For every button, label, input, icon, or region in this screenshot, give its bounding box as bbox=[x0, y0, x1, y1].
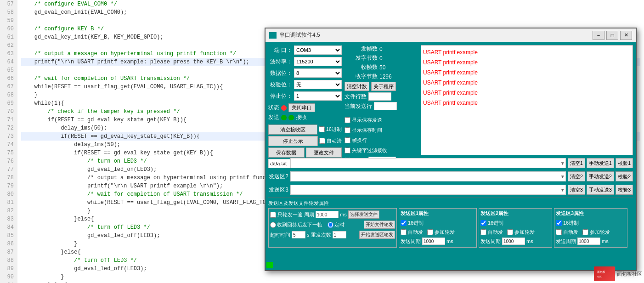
current-send-input[interactable] bbox=[374, 102, 397, 110]
dialog-top: 端 口： COM3 波特率： 115200 数据位： bbox=[268, 45, 633, 155]
right1-period-input[interactable] bbox=[502, 238, 525, 245]
clear-send-btn-2[interactable]: 清空2 bbox=[568, 171, 585, 181]
file-rows-label: 文件行数 bbox=[345, 93, 367, 101]
send-area-input-wrapper-2: ▼ bbox=[290, 171, 566, 181]
right1-round-label: 参加轮发 bbox=[514, 229, 535, 236]
save-data-button[interactable]: 保存数据 bbox=[268, 147, 305, 158]
recv-frames-value: 50 bbox=[379, 64, 398, 71]
start-file-button[interactable]: 开始文件轮发 bbox=[364, 221, 395, 229]
dialog-titlebar: 串口调试软件4.5 − □ ✕ bbox=[266, 28, 636, 42]
mid-period-label: 发送周期 bbox=[401, 238, 421, 245]
retry-input[interactable] bbox=[333, 231, 346, 238]
manual-send-btn-3[interactable]: 手动发送3 bbox=[587, 185, 614, 195]
send-side-btns-3: 清空3 手动发送3 校验3 bbox=[568, 185, 633, 195]
send-area-input-wrapper-1: ▼ bbox=[290, 158, 566, 168]
send-frames-value: 0 bbox=[379, 46, 398, 52]
send-frames-label: 发帧数 bbox=[345, 45, 378, 53]
baud-select[interactable]: 115200 bbox=[294, 57, 342, 66]
svg-text:面包板: 面包板 bbox=[597, 271, 605, 273]
status-dot bbox=[281, 105, 287, 111]
radio-recv-label: 收到回答后发下一帧 bbox=[270, 221, 322, 228]
period-input[interactable] bbox=[316, 211, 339, 218]
stats-panel: 发帧数 0 发字节数 0 收帧数 50 收字节数 1296 清空计数 关于程 bbox=[345, 45, 418, 155]
dialog-bottom: 发送区及发送文件轮发属性 只轮发一遍 周期 ms 选择发送文件 bbox=[268, 198, 633, 248]
data-row: 数据位： 8 bbox=[268, 68, 342, 78]
auto-clean-label: 自动清 bbox=[327, 137, 342, 144]
show-save-send-checkbox[interactable] bbox=[345, 117, 350, 123]
check-btn-1[interactable]: 校验1 bbox=[616, 158, 633, 168]
right1-round-checkbox[interactable] bbox=[507, 229, 513, 235]
right1-panel-title: 发送区2属性 bbox=[480, 210, 550, 217]
send-area-input-2[interactable] bbox=[290, 171, 566, 181]
timeout-label: 超时时间 bbox=[270, 232, 290, 238]
send-bytes-row: 发字节数 0 bbox=[345, 54, 418, 62]
send-area-label-3: 发送区3 bbox=[268, 186, 288, 194]
start-queue-button[interactable]: 开始发送区轮发 bbox=[359, 231, 395, 239]
send-area-input-1[interactable] bbox=[290, 158, 566, 168]
select-file-button[interactable]: 选择发送文件 bbox=[348, 210, 379, 219]
send-area-row-1: 发送区1 ▼ 清空1 手动发送1 校验1 bbox=[268, 157, 633, 169]
timeout-input[interactable] bbox=[292, 231, 305, 238]
keyword-filter-checkbox[interactable] bbox=[345, 147, 350, 153]
send-area-input-3[interactable] bbox=[290, 185, 566, 195]
serial-dialog: 串口调试软件4.5 − □ ✕ 端 口： COM3 bbox=[265, 28, 637, 271]
port-select[interactable]: COM3 bbox=[294, 45, 342, 55]
recv-bytes-row: 收字节数 1296 bbox=[345, 73, 418, 80]
send-bytes-label: 发字节数 bbox=[345, 54, 378, 62]
show-save-time-checkbox[interactable] bbox=[345, 127, 350, 133]
auto-clean-checkbox[interactable] bbox=[319, 138, 325, 144]
parity-select[interactable]: 无 bbox=[294, 80, 342, 89]
config-panel: 端 口： COM3 波特率： 115200 数据位： bbox=[268, 45, 342, 101]
manual-send-btn-1[interactable]: 手动发送1 bbox=[587, 158, 614, 168]
parity-row: 校验位： 无 bbox=[268, 79, 342, 90]
clear-recv-button[interactable]: 清空接收区 bbox=[268, 125, 317, 135]
stop-select[interactable]: 1 bbox=[294, 91, 342, 101]
right2-period-row: 发送周期 ms bbox=[556, 237, 626, 246]
hex16-checkbox[interactable] bbox=[319, 126, 325, 132]
file-rows-input[interactable] bbox=[368, 92, 391, 101]
round-once-checkbox[interactable] bbox=[270, 212, 276, 218]
close-port-button[interactable]: 关闭串口 bbox=[288, 103, 315, 112]
right2-hex-checkbox[interactable] bbox=[556, 220, 562, 226]
clear-send-btn-1[interactable]: 清空1 bbox=[568, 158, 585, 168]
clear-count-button[interactable]: 清空计数 bbox=[345, 82, 369, 91]
about-button[interactable]: 关于程序 bbox=[371, 82, 396, 91]
send-areas: 发送区1 ▼ 清空1 手动发送1 校验1 发送区2 ▼ 清空2 手动发送2 校验… bbox=[268, 157, 633, 196]
send-input-arrow-1: ▼ bbox=[560, 161, 565, 166]
change-file-button[interactable]: 更改文件 bbox=[306, 147, 342, 158]
manual-send-btn-2[interactable]: 手动发送2 bbox=[587, 171, 614, 181]
display-content: USART printf exampleUSART printf example… bbox=[421, 45, 633, 155]
right2-panel-title: 发送区3属性 bbox=[556, 210, 626, 217]
right2-round-label: 参加轮发 bbox=[590, 229, 610, 236]
stop-display-button[interactable]: 停止显示 bbox=[268, 136, 318, 146]
minimize-button[interactable]: − bbox=[593, 31, 604, 40]
check-btn-2[interactable]: 校验2 bbox=[616, 171, 633, 181]
mid-panel-title: 发送区1属性 bbox=[401, 210, 475, 217]
check-btn-3[interactable]: 校验3 bbox=[616, 185, 633, 195]
right2-round-checkbox[interactable] bbox=[582, 229, 588, 235]
right1-ms-label: ms bbox=[526, 238, 533, 244]
mid-round-label: 参加轮发 bbox=[435, 229, 455, 236]
recv-text: 接收 bbox=[296, 113, 307, 121]
mid-round-checkbox[interactable] bbox=[427, 229, 433, 235]
close-button[interactable]: ✕ bbox=[620, 31, 632, 40]
recv-frames-row: 收帧数 50 bbox=[345, 63, 418, 71]
radio-timer[interactable] bbox=[328, 222, 333, 228]
right1-auto-checkbox[interactable] bbox=[480, 229, 486, 235]
mid-auto-checkbox[interactable] bbox=[401, 229, 407, 235]
clear-send-btn-3[interactable]: 清空3 bbox=[568, 185, 585, 195]
maximize-button[interactable]: □ bbox=[606, 31, 618, 40]
mid-hex-checkbox[interactable] bbox=[401, 220, 407, 226]
send-dot bbox=[281, 115, 287, 120]
mid-auto-label: 自动发 bbox=[408, 229, 423, 236]
right2-period-input[interactable] bbox=[577, 238, 600, 245]
right2-auto-checkbox[interactable] bbox=[556, 229, 562, 235]
mid-period-input[interactable] bbox=[422, 238, 445, 245]
data-select[interactable]: 8 bbox=[294, 68, 342, 78]
action-row-1: 清空接收区 16进制 bbox=[268, 125, 342, 135]
radio-recv[interactable] bbox=[270, 222, 276, 228]
radio-timer-label: 定时 bbox=[328, 221, 345, 228]
round-period-row: 只轮发一遍 周期 ms 选择发送文件 bbox=[270, 210, 395, 219]
right1-hex-checkbox[interactable] bbox=[480, 220, 486, 226]
frame-newline-checkbox[interactable] bbox=[345, 137, 350, 143]
